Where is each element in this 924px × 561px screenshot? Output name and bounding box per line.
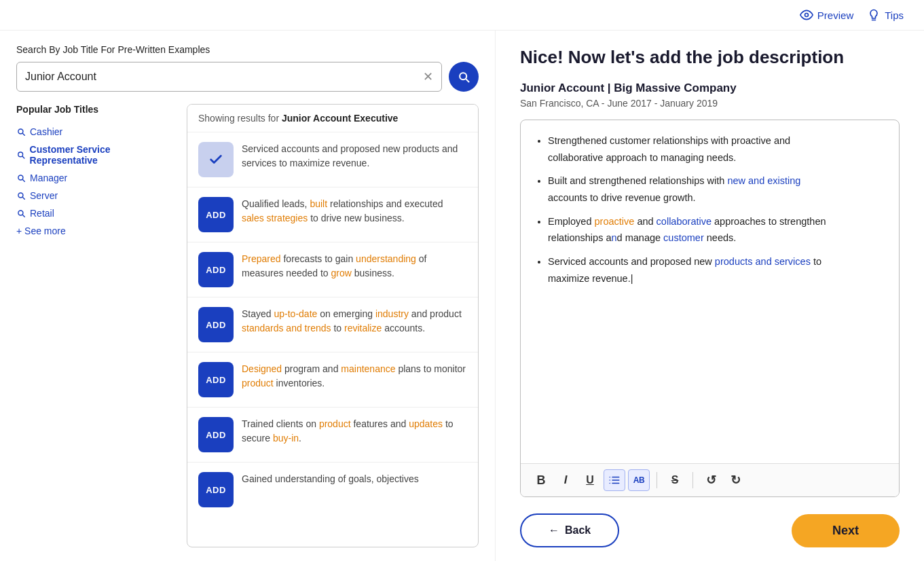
add-button-4[interactable]: ADD <box>198 362 234 397</box>
sidebar-item-retail[interactable]: Retail <box>16 204 176 222</box>
search-icon-small <box>16 150 26 160</box>
result-item-5: ADD Trained clients on product features … <box>187 408 478 463</box>
search-icon-small <box>16 191 26 200</box>
bullet-2: Built and strengthened relationships wit… <box>548 173 885 206</box>
check-icon <box>208 152 223 167</box>
underline-button[interactable]: U <box>579 469 601 491</box>
results-header: Showing results for Junior Account Execu… <box>187 105 478 132</box>
result-text-3: Stayed up-to-date on emerging industry a… <box>242 307 467 336</box>
search-icon-small <box>16 127 26 137</box>
result-text-4: Designed program and maintenance plans t… <box>242 362 467 391</box>
search-icon <box>457 70 470 84</box>
bullet-1: Strengthened customer relationships with… <box>548 132 885 166</box>
right-panel: Nice! Now let's add the job description … <box>496 31 924 561</box>
add-button-0[interactable] <box>198 142 234 177</box>
svg-point-1 <box>18 129 23 134</box>
sidebar-item-customer-service[interactable]: Customer Service Representative <box>16 141 176 169</box>
add-button-1[interactable]: ADD <box>198 197 234 232</box>
strikethrough-button[interactable]: S <box>664 469 686 491</box>
back-button[interactable]: ← Back <box>520 513 619 547</box>
editor-content[interactable]: Strengthened customer relationships with… <box>521 120 899 463</box>
editor-container: Strengthened customer relationships with… <box>520 120 900 497</box>
bold-button[interactable]: B <box>530 469 552 491</box>
cashier-label: Cashier <box>30 126 62 137</box>
search-icon-small <box>16 173 26 183</box>
clear-button[interactable]: ✕ <box>423 69 433 84</box>
results-list: Serviced accounts and proposed new produ… <box>187 132 478 547</box>
svg-line-10 <box>23 215 25 217</box>
svg-point-5 <box>18 175 23 180</box>
result-text-6: Gained understanding of goals, objective… <box>242 472 419 486</box>
job-info-title: Junior Account | Big Massive Company <box>520 82 900 95</box>
search-row: ✕ <box>16 62 479 92</box>
add-button-3[interactable]: ADD <box>198 307 234 342</box>
next-label: Next <box>832 524 859 537</box>
server-label: Server <box>30 190 58 201</box>
lightbulb-icon <box>867 8 881 22</box>
manager-label: Manager <box>30 173 67 183</box>
spellcheck-button[interactable]: AB <box>628 469 650 491</box>
bullet-4: Serviced accounts and proposed new produ… <box>548 253 885 287</box>
results-header-bold: Junior Account Executive <box>282 113 398 124</box>
job-info-subtitle: San Francisco, CA - June 2017 - January … <box>520 98 900 109</box>
sidebar-item-server[interactable]: Server <box>16 187 176 204</box>
sidebar-item-cashier[interactable]: Cashier <box>16 123 176 141</box>
bottom-actions: ← Back Next <box>520 508 900 547</box>
toolbar-divider <box>657 472 657 488</box>
eye-icon <box>800 8 813 22</box>
sidebar-item-manager[interactable]: Manager <box>16 169 176 187</box>
result-text-1: Qualified leads, built relationships and… <box>242 197 467 225</box>
add-button-2[interactable]: ADD <box>198 252 234 287</box>
result-item-1: ADD Qualified leads, built relationships… <box>187 187 478 242</box>
italic-button[interactable]: I <box>555 469 576 491</box>
add-button-5[interactable]: ADD <box>198 417 234 452</box>
svg-line-4 <box>22 157 24 158</box>
svg-line-6 <box>23 180 25 182</box>
svg-point-9 <box>18 211 23 215</box>
bullet-3: Employed proactive and collaborative app… <box>548 213 885 247</box>
preview-button[interactable]: Preview <box>800 8 853 22</box>
redo-button[interactable]: ↻ <box>724 469 746 491</box>
toolbar-divider-2 <box>692 472 693 488</box>
svg-point-7 <box>18 193 23 198</box>
undo-button[interactable]: ↺ <box>700 469 722 491</box>
main-layout: Search By Job Title For Pre-Written Exam… <box>0 31 924 561</box>
popular-titles-sidebar: Popular Job Titles Cashier Customer Serv… <box>16 104 176 547</box>
left-columns: Popular Job Titles Cashier Customer Serv… <box>16 104 479 547</box>
result-text-5: Trained clients on product features and … <box>242 417 467 446</box>
add-button-6[interactable]: ADD <box>198 472 234 507</box>
svg-point-3 <box>18 152 23 157</box>
retail-label: Retail <box>30 208 54 219</box>
result-item-2: ADD Prepared forecasts to gain understan… <box>187 242 478 297</box>
search-input-wrapper: ✕ <box>16 62 442 92</box>
search-button[interactable] <box>449 62 479 92</box>
result-item-4: ADD Designed program and maintenance pla… <box>187 352 478 408</box>
svg-line-8 <box>23 198 25 200</box>
see-more-button[interactable]: + See more <box>16 222 176 240</box>
search-icon-small <box>16 209 26 218</box>
editor-toolbar: B I U AB S ↺ ↻ <box>521 463 899 496</box>
search-label: Search By Job Title For Pre-Written Exam… <box>16 44 479 55</box>
back-arrow-icon: ← <box>549 524 559 537</box>
result-text-2: Prepared forecasts to gain understanding… <box>242 252 467 280</box>
list-button[interactable] <box>604 469 625 491</box>
result-item-0: Serviced accounts and proposed new produ… <box>187 132 478 187</box>
back-label: Back <box>565 524 591 537</box>
svg-point-0 <box>805 14 808 17</box>
page-title: Nice! Now let's add the job description <box>520 47 900 68</box>
top-bar: Preview Tips <box>0 0 924 31</box>
search-input[interactable] <box>25 71 423 83</box>
customer-service-label: Customer Service Representative <box>30 144 176 166</box>
result-item-3: ADD Stayed up-to-date on emerging indust… <box>187 297 478 352</box>
tips-button[interactable]: Tips <box>867 8 904 22</box>
popular-titles-label: Popular Job Titles <box>16 104 176 115</box>
svg-line-2 <box>23 134 25 136</box>
left-panel: Search By Job Title For Pre-Written Exam… <box>0 31 496 561</box>
results-header-prefix: Showing results for <box>198 113 282 124</box>
result-text-0: Serviced accounts and proposed new produ… <box>242 142 467 170</box>
result-item-6: ADD Gained understanding of goals, objec… <box>187 463 478 517</box>
list-icon <box>608 474 621 486</box>
next-button[interactable]: Next <box>792 514 900 547</box>
results-panel: Showing results for Junior Account Execu… <box>187 104 479 547</box>
